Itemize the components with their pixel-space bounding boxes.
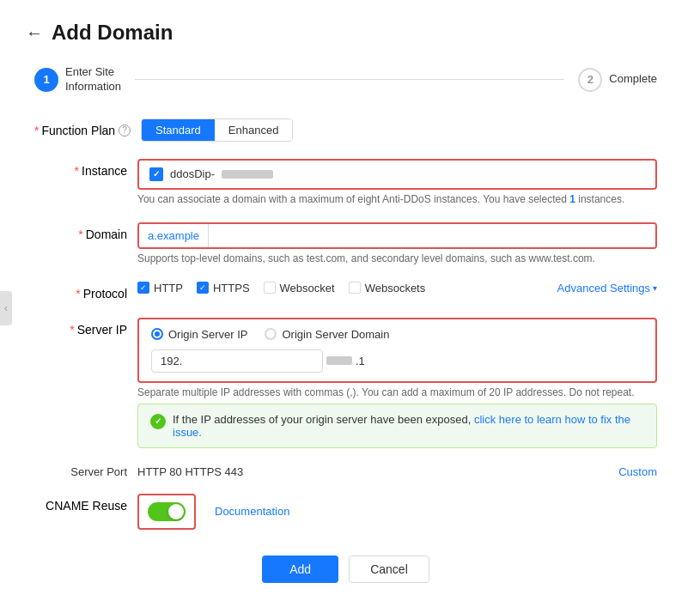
cname-toggle-thumb: [168, 504, 184, 519]
documentation-link[interactable]: Documentation: [215, 505, 289, 518]
custom-link[interactable]: Custom: [618, 465, 657, 478]
step-2-label: Complete: [609, 72, 657, 87]
back-button[interactable]: ←: [26, 23, 43, 43]
server-ip-box: Origin Server IP Origin Server Domain .1: [137, 318, 657, 383]
step-2: 2 Complete: [578, 68, 657, 92]
page-header: ← Add Domain: [26, 21, 666, 45]
server-ip-label: Server IP: [77, 323, 127, 337]
function-plan-row: * Function Plan ? Standard Enhanced: [34, 118, 657, 142]
cname-label-wrap: CNAME Reuse: [34, 494, 137, 513]
instance-hint-count: 1: [569, 193, 575, 205]
bottom-buttons: Add Cancel: [34, 555, 657, 583]
ip-blur: [326, 356, 352, 365]
protocol-https[interactable]: HTTPS: [197, 282, 250, 294]
banner-check-icon: [150, 414, 166, 429]
protocol-label: Protocol: [83, 287, 127, 300]
server-port-row: Server Port HTTP 80 HTTPS 443 Custom: [34, 465, 657, 478]
protocol-options: HTTP HTTPS Websocket Websockets: [137, 282, 657, 294]
protocol-row: * Protocol HTTP HTTPS: [34, 282, 657, 300]
domain-tag: a.example: [139, 224, 209, 247]
protocol-control: HTTP HTTPS Websocket Websockets: [137, 282, 657, 294]
origin-server-ip-label: Origin Server IP: [168, 328, 247, 341]
protocol-websocket[interactable]: Websocket: [264, 282, 335, 294]
step-1-label: Enter Site Information: [65, 65, 121, 94]
instance-hint: You can associate a domain with a maximu…: [137, 193, 657, 205]
domain-label: Domain: [86, 228, 127, 241]
cname-reuse-row: CNAME Reuse Documentation: [34, 494, 657, 530]
instance-name: ddosDip-: [170, 167, 215, 180]
http-label: HTTP: [154, 282, 183, 294]
websocket-checkbox[interactable]: [264, 282, 276, 294]
https-label: HTTPS: [213, 282, 250, 294]
origin-server-domain-option[interactable]: Origin Server Domain: [265, 328, 389, 341]
origin-server-ip-radio[interactable]: [151, 328, 163, 340]
required-mark: *: [34, 124, 39, 137]
add-button[interactable]: Add: [262, 555, 338, 583]
function-plan-label-wrap: * Function Plan ?: [34, 118, 141, 137]
cname-toggle-track[interactable]: [148, 502, 186, 521]
server-ip-control: Origin Server IP Origin Server Domain .1: [137, 318, 657, 448]
instance-box: ddosDip-: [137, 159, 657, 190]
protocol-label-wrap: * Protocol: [34, 282, 137, 300]
cancel-button[interactable]: Cancel: [349, 555, 429, 583]
instance-label: Instance: [82, 164, 127, 178]
plan-button-group: Standard Enhanced: [141, 118, 293, 142]
server-ip-row: * Server IP Origin Server IP Origin S: [34, 318, 657, 448]
domain-input[interactable]: [209, 224, 655, 247]
step-divider: [135, 79, 564, 80]
required-mark-instance: *: [75, 164, 79, 178]
plan-enhanced-button[interactable]: Enhanced: [215, 119, 293, 141]
step-2-circle: 2: [578, 68, 602, 92]
function-plan-control: Standard Enhanced: [141, 118, 657, 142]
instance-control: ddosDip- You can associate a domain with…: [137, 159, 657, 205]
domain-box: a.example: [137, 222, 657, 249]
domain-label-wrap: * Domain: [34, 222, 137, 241]
function-plan-label: Function Plan: [41, 124, 115, 137]
ip-suffix: .1: [356, 355, 365, 367]
page-title: Add Domain: [52, 21, 173, 45]
ip-info-banner: If the IP addresses of your origin serve…: [137, 404, 657, 448]
banner-link[interactable]: click here to learn how to fix the issue…: [173, 413, 630, 439]
step-1-circle: 1: [34, 68, 58, 92]
cname-box: [137, 494, 196, 530]
domain-control: a.example Supports top-level domains, su…: [137, 222, 657, 264]
https-checkbox[interactable]: [197, 282, 209, 294]
websockets-label: Websockets: [365, 282, 426, 294]
websockets-checkbox[interactable]: [349, 282, 361, 294]
protocol-websockets[interactable]: Websockets: [349, 282, 426, 294]
cname-control: Documentation: [137, 494, 657, 530]
origin-server-ip-option[interactable]: Origin Server IP: [151, 328, 247, 341]
instance-row: * Instance ddosDip- You can associate a …: [34, 159, 657, 205]
sidebar-handle[interactable]: ‹: [0, 291, 12, 325]
steps-bar: 1 Enter Site Information 2 Complete: [26, 65, 666, 94]
http-checkbox[interactable]: [137, 282, 149, 294]
advanced-chevron-icon: ▾: [653, 283, 657, 293]
origin-server-domain-radio[interactable]: [265, 328, 277, 340]
advanced-settings-link[interactable]: Advanced Settings ▾: [557, 282, 657, 294]
server-port-label: Server Port: [34, 465, 137, 478]
protocol-http[interactable]: HTTP: [137, 282, 183, 294]
instance-blur: [222, 170, 273, 179]
required-mark-protocol: *: [76, 287, 80, 300]
instance-label-wrap: * Instance: [34, 159, 137, 178]
websocket-label: Websocket: [280, 282, 335, 294]
required-mark-server-ip: *: [70, 323, 74, 337]
banner-text: If the IP addresses of your origin serve…: [173, 413, 644, 439]
server-ip-label-wrap: * Server IP: [34, 318, 137, 337]
form-section: * Function Plan ? Standard Enhanced * In…: [26, 118, 666, 583]
cname-label: CNAME Reuse: [46, 499, 127, 513]
server-ip-radio-group: Origin Server IP Origin Server Domain: [151, 328, 643, 341]
ip-hint: Separate multiple IP addresses with comm…: [137, 386, 657, 398]
origin-server-domain-label: Origin Server Domain: [282, 328, 389, 341]
ip-input[interactable]: [151, 349, 323, 373]
instance-checkbox[interactable]: [149, 167, 163, 181]
domain-hint: Supports top-level domains, such as test…: [137, 252, 657, 264]
cname-toggle[interactable]: [148, 502, 186, 521]
domain-row: * Domain a.example Supports top-level do…: [34, 222, 657, 264]
port-values: HTTP 80 HTTPS 443: [137, 465, 618, 478]
function-plan-help-icon[interactable]: ?: [119, 124, 131, 137]
step-1: 1 Enter Site Information: [34, 65, 121, 94]
plan-standard-button[interactable]: Standard: [142, 119, 215, 141]
required-mark-domain: *: [78, 228, 82, 241]
